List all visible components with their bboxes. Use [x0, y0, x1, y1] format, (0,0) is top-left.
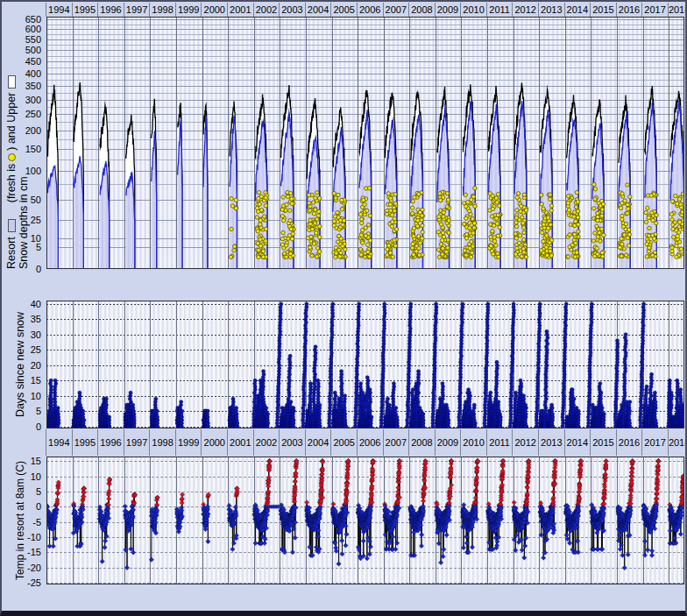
year-label: 2004 [305, 429, 331, 456]
year-label: 2000 [201, 3, 227, 17]
year-label: 2015 [590, 3, 616, 17]
year-label: 1999 [175, 429, 202, 456]
year-label: 1999 [175, 3, 202, 17]
year-label: 1996 [97, 3, 124, 17]
year-label: 1998 [149, 3, 175, 17]
year-label: 1997 [124, 429, 150, 456]
year-label: 2009 [435, 429, 461, 456]
year-label: 2001 [227, 3, 253, 17]
year-label: 1994 [46, 429, 72, 456]
year-label: 2006 [357, 429, 383, 456]
snow-depth-plot [46, 17, 684, 269]
year-label: 2003 [279, 3, 305, 17]
legend-fresh-prefix: (fresh is [5, 164, 18, 202]
year-label: 2014 [564, 3, 591, 17]
year-label: 2003 [279, 429, 305, 456]
year-label: 2007 [383, 3, 409, 17]
year-label: 2007 [383, 429, 409, 456]
year-label: 2002 [253, 429, 280, 456]
year-label: 2012 [512, 429, 538, 456]
year-label: 2011 [486, 429, 513, 456]
legend-fresh-suffix: ) and Upper [5, 93, 18, 151]
year-label: 2009 [435, 3, 461, 17]
year-axis-top: 1994199519961997199819992000200120022003… [46, 2, 685, 17]
year-label: 2000 [201, 429, 227, 456]
year-label: 1994 [46, 3, 72, 17]
year-axis-middle: 1994199519961997199819992000200120022003… [46, 428, 685, 457]
year-label: 2010 [460, 429, 486, 456]
snow-legend-line: Resort (fresh is ) and Upper [5, 17, 18, 269]
year-label: 2008 [408, 3, 435, 17]
year-label: 2016 [616, 3, 642, 17]
year-label: 2013 [538, 429, 564, 456]
year-label: 2015 [590, 429, 616, 456]
days-since-snow-plot [46, 301, 684, 428]
year-label: 2011 [486, 3, 513, 17]
year-label: 1998 [149, 429, 175, 456]
temperature-plot [46, 457, 684, 584]
year-label: 1995 [72, 429, 98, 456]
year-label: 1997 [124, 3, 150, 17]
year-label: 2017 [641, 3, 668, 17]
days-axis-title: Days since new snow [12, 301, 28, 428]
year-label: 1996 [97, 429, 124, 456]
year-label: 2002 [253, 3, 280, 17]
year-label: 2005 [330, 3, 357, 17]
year-label: 1995 [72, 3, 98, 17]
year-label: 2017 [641, 429, 668, 456]
temp-label: Temp in resort at 8am (C) [14, 457, 26, 584]
snow-history-chart: 1994199519961997199819992000200120022003… [0, 0, 687, 616]
legend-resort-label: Resort [5, 237, 18, 269]
resort-swatch-icon [8, 219, 16, 232]
year-label: 2013 [538, 3, 564, 17]
year-label: 2014 [564, 429, 591, 456]
snow-depths-label: Snow depths in cm [18, 17, 30, 269]
year-label: 2004 [305, 3, 331, 17]
year-label: 2018 [668, 429, 683, 456]
year-label: 2005 [330, 429, 357, 456]
year-label: 2010 [460, 3, 486, 17]
year-label: 2008 [408, 429, 435, 456]
snow-axis-title: Resort (fresh is ) and Upper Snow depths… [5, 17, 40, 269]
year-label: 2001 [227, 429, 253, 456]
days-label: Days since new snow [14, 301, 26, 428]
year-label: 2016 [616, 429, 642, 456]
year-label: 2018 [668, 3, 683, 17]
fresh-snow-dot-icon [8, 153, 16, 161]
year-label: 2006 [357, 3, 383, 17]
year-label: 2012 [512, 3, 538, 17]
upper-swatch-icon [8, 75, 16, 89]
temp-axis-title: Temp in resort at 8am (C) [12, 457, 28, 584]
